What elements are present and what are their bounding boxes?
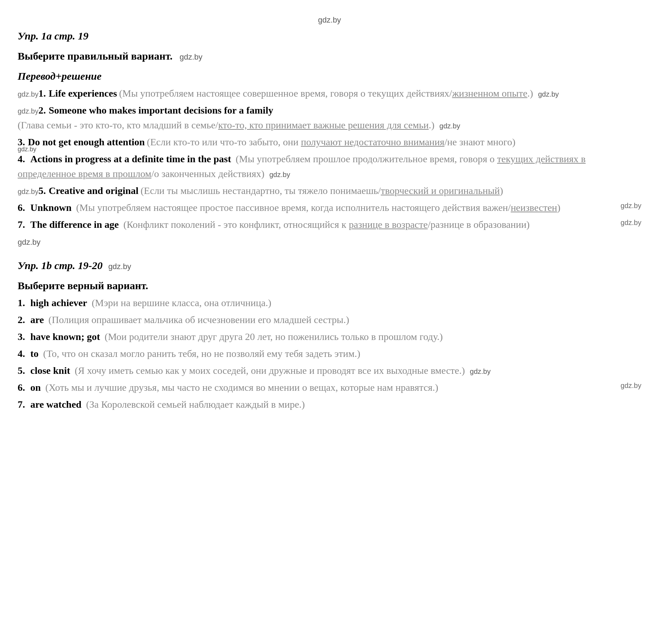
list-item: 1. high achiever (Мэри на вершине класса…: [18, 296, 641, 310]
watermark-section1-bottom: gdz.by: [18, 234, 641, 249]
list-item: gdz.by 7. The difference in age (Конфлик…: [18, 217, 641, 232]
item-translation: (То, что он сказал могло ранить тебя, но…: [43, 348, 360, 359]
section1-subtitle: Выберите правильный вариант.: [18, 48, 173, 64]
item-answer: The difference in age: [30, 219, 119, 230]
item-translation: (Мэри на вершине класса, она отличница.): [92, 297, 271, 308]
watermark-r6: gdz.by: [621, 200, 641, 211]
item-num: 1.: [18, 297, 25, 308]
item-num: 4.: [18, 153, 25, 164]
item-answer: Life experiences: [49, 86, 117, 101]
item-translation: (Если ты мыслишь нестандартно, ты тяжело…: [141, 183, 503, 198]
watermark-r7: gdz.by: [621, 217, 641, 228]
item-translation: (Полиция опрашивает мальчика об исчезнов…: [48, 314, 349, 325]
section2: Упр. 1b стр. 19-20 gdz.by Выберите верны…: [18, 255, 641, 412]
list-item: gdz.by 1. Life experiences (Мы употребля…: [18, 86, 641, 101]
item-answer: Do not get enough attention: [28, 135, 145, 150]
item-answer: are watched: [30, 399, 81, 410]
item-num: 3.: [18, 331, 25, 342]
watermark-r1: gdz.by: [18, 89, 38, 99]
list-item: 4. to (То, что он сказал могло ранить те…: [18, 346, 641, 361]
item-answer: Unknown: [30, 202, 72, 213]
item-answer: Someone who makes important decisions fo…: [49, 103, 273, 118]
list-item: gdz.by 5. Creative and original (Если ты…: [18, 183, 641, 198]
item-translation: (Если кто-то или что-то забыто, они полу…: [147, 135, 515, 150]
watermark-s2: gdz.by: [108, 261, 131, 272]
watermark-r2: gdz.by: [18, 106, 38, 116]
item-answer: Creative and original: [49, 183, 139, 198]
item-translation: (Конфликт поколений - это конфликт, отно…: [123, 219, 530, 230]
item-num: 2.: [38, 103, 46, 118]
watermark-r5: gdz.by: [18, 186, 38, 197]
item-num: 4.: [18, 348, 25, 359]
item-translation: (Хоть мы и лучшие друзья, мы часто не сх…: [46, 382, 439, 393]
item-answer: are: [30, 314, 44, 325]
list-item: 3. have known; got (Мои родители знают д…: [18, 329, 641, 344]
item-translation: (Мы употребляем настоящее совершенное вр…: [119, 86, 559, 101]
item-translation: (Мои родители знают друг друга 20 лет, н…: [105, 331, 443, 342]
item-translation: (Я хочу иметь семью как у моих соседей, …: [75, 365, 491, 376]
list-item: 5. close knit (Я хочу иметь семью как у …: [18, 363, 641, 378]
translation-header: Перевод+решение: [18, 68, 641, 84]
item-num: 6.: [18, 382, 25, 393]
item-num: 6.: [18, 202, 25, 213]
item-answer: have known; got: [30, 331, 100, 342]
list-item: gdz.by 2. Someone who makes important de…: [18, 103, 641, 133]
item-translation: (Мы употребляем настоящее простое пассив…: [76, 202, 561, 213]
list-item: gdz.by 6. Unknown (Мы употребляем настоя…: [18, 200, 641, 215]
item-translation: (За Королевской семьей наблюдает каждый …: [86, 399, 305, 410]
section1-title: Упр. 1а стр. 19: [18, 28, 641, 44]
list-item: 2. are (Полиция опрашивает мальчика об и…: [18, 312, 641, 327]
item-answer: Actions in progress at a definite time i…: [30, 153, 231, 164]
watermark-inline-1: gdz.by: [180, 51, 202, 63]
watermark-top: gdz.by: [18, 14, 641, 26]
item-answer: on: [30, 382, 41, 393]
section2-title: Упр. 1b стр. 19-20: [18, 257, 103, 273]
list-item: gdz.by 6. on (Хоть мы и лучшие друзья, м…: [18, 380, 641, 395]
watermark-s2-r6: gdz.by: [621, 380, 641, 391]
item-num: 7.: [18, 219, 25, 230]
section1-list: gdz.by 1. Life experiences (Мы употребля…: [18, 86, 641, 232]
item-num: 2.: [18, 314, 25, 325]
list-item: 7. are watched (За Королевской семьей на…: [18, 397, 641, 412]
item-num: 7.: [18, 399, 25, 410]
section2-subtitle: Выберите верный вариант.: [18, 278, 641, 293]
item-num: 5.: [38, 183, 46, 198]
item-answer: to: [30, 348, 38, 359]
list-item: gdz.by 4. Actions in progress at a defin…: [18, 152, 641, 181]
item-translation: (Глава семьи - это кто-то, кто младший в…: [18, 118, 460, 133]
list-item: 3. Do not get enough attention (Если кто…: [18, 135, 641, 150]
item-answer: high achiever: [30, 297, 87, 308]
item-num: 5.: [18, 365, 25, 376]
section2-list: 1. high achiever (Мэри на вершине класса…: [18, 296, 641, 412]
item-num: 1.: [38, 86, 46, 101]
page-container: gdz.by Упр. 1а стр. 19 Выберите правильн…: [18, 14, 641, 412]
item-answer: close knit: [30, 365, 70, 376]
